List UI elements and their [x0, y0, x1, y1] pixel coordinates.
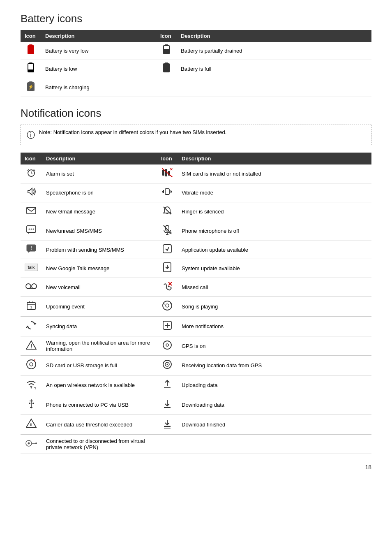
- svg-text:⚡: ⚡: [28, 84, 34, 90]
- table-row: Phone is connected to PC via USB Downloa…: [21, 395, 371, 415]
- mic-off-desc: Phone microphone is off: [178, 221, 371, 241]
- voicemail-icon: [21, 278, 42, 297]
- battery-desc-charging: Battery is charging: [41, 78, 156, 97]
- table-row: New Gmail message Ringer is silenced: [21, 202, 371, 221]
- vibrate-icon: [157, 183, 178, 202]
- receiving-location-desc: Receiving location data from GPS: [178, 356, 371, 375]
- syncing-desc: Syncing data: [42, 317, 157, 336]
- uploading-icon: [157, 375, 178, 395]
- mic-off-icon: ✕: [157, 221, 178, 241]
- svg-rect-9: [162, 170, 164, 176]
- notification-note-text: Note: Notification icons appear in diffe…: [39, 129, 226, 135]
- sms-desc: New/unread SMS/MMS: [42, 221, 157, 241]
- sd-full-icon: !: [21, 356, 42, 375]
- data-threshold-icon: ii: [21, 415, 42, 435]
- ringer-silenced-desc: Ringer is silenced: [178, 202, 371, 221]
- voicemail-desc: New voicemail: [42, 278, 157, 297]
- more-notif-icon: [157, 317, 178, 336]
- table-row: 1 Upcoming event Song is playing: [21, 297, 371, 317]
- speakerphone-desc: Speakerphone is on: [42, 183, 157, 202]
- table-row: New/unread SMS/MMS ✕ Phone microphone is…: [21, 221, 371, 241]
- open-network-desc: An open wireless network is available: [42, 375, 157, 395]
- svg-text:!: !: [30, 245, 32, 251]
- table-row: Battery is low Battery is full: [21, 60, 371, 78]
- battery-section-title: Battery icons: [21, 12, 371, 25]
- battery-desc-low: Battery is low: [41, 60, 156, 78]
- alarm-icon: [21, 164, 42, 183]
- svg-line-51: [170, 303, 171, 304]
- sd-full-desc: SD card or USB storage is full: [42, 356, 157, 375]
- svg-point-61: [30, 363, 33, 366]
- download-finished-icon: [157, 415, 178, 435]
- downloading-desc: Downloading data: [178, 395, 371, 415]
- table-row: Warning, open the notification area for …: [21, 336, 371, 356]
- battery-col-icon1: Icon: [21, 30, 41, 42]
- svg-rect-14: [165, 189, 169, 195]
- gtalk-desc: New Google Talk message: [42, 259, 157, 278]
- uploading-desc: Uploading data: [178, 375, 371, 395]
- warning-desc: Warning, open the notification area for …: [42, 336, 157, 356]
- svg-point-84: [28, 442, 30, 444]
- table-row: New voicemail Missed call: [21, 278, 371, 297]
- svg-line-7: [28, 169, 29, 171]
- gps-on-icon: [157, 336, 178, 356]
- gmail-desc: New Gmail message: [42, 202, 157, 221]
- usb-connected-desc: Phone is connected to PC via USB: [42, 395, 157, 415]
- sms-icon: [21, 221, 42, 241]
- receiving-location-icon: [157, 356, 178, 375]
- upcoming-event-desc: Upcoming event: [42, 297, 157, 317]
- svg-point-48: [163, 301, 172, 310]
- svg-point-49: [166, 304, 169, 307]
- svg-point-38: [26, 284, 31, 289]
- svg-text:talk: talk: [28, 265, 35, 270]
- battery-desc-very-low: Battery is very low: [41, 42, 156, 60]
- svg-point-57: [31, 347, 32, 348]
- ringer-silenced-icon: [157, 202, 178, 221]
- more-notif-desc: More notifications: [178, 317, 371, 336]
- gmail-icon: [21, 202, 42, 221]
- sms-problem-icon: !: [21, 241, 42, 259]
- missed-call-icon: [157, 278, 178, 297]
- sim-invalid-desc: SIM card is invalid or not installed: [178, 164, 371, 183]
- svg-rect-19: [27, 207, 36, 214]
- app-update-icon: [157, 241, 178, 259]
- svg-point-73: [32, 403, 34, 404]
- table-row: Speakerphone is on Vibrate mode: [21, 183, 371, 202]
- warning-icon: [21, 336, 42, 356]
- svg-point-66: [31, 387, 32, 389]
- battery-desc-partial: Battery is partially drained: [177, 42, 371, 60]
- svg-point-23: [29, 229, 30, 230]
- system-update-desc: System update available: [178, 259, 371, 278]
- notification-section-title: Notification icons: [21, 107, 371, 120]
- gtalk-icon: talk: [21, 259, 42, 278]
- svg-rect-72: [29, 403, 30, 404]
- table-row: talk New Google Talk message System upda…: [21, 259, 371, 278]
- info-icon: ⓘ: [27, 130, 35, 141]
- table-row: ⚡ Battery is charging: [21, 78, 371, 97]
- battery-icon-very-low: [21, 42, 41, 60]
- open-network-icon: ?: [21, 375, 42, 395]
- svg-point-25: [33, 229, 34, 230]
- downloading-icon: [157, 395, 178, 415]
- battery-icons-table: Icon Description Icon Description Batter…: [21, 30, 371, 97]
- page-number: 18: [21, 464, 371, 470]
- system-update-icon: [157, 259, 178, 278]
- svg-text:!: !: [34, 359, 35, 363]
- syncing-icon: [21, 317, 42, 336]
- battery-col-desc1: Description: [41, 30, 156, 42]
- svg-line-50: [164, 303, 165, 304]
- table-row: ii Carrier data use threshold exceeded D…: [21, 415, 371, 435]
- svg-text:ii: ii: [30, 423, 32, 427]
- notif-col-desc1: Description: [42, 153, 157, 164]
- usb-connected-icon: [21, 395, 42, 415]
- data-threshold-desc: Carrier data use threshold exceeded: [42, 415, 157, 435]
- sms-problem-desc: Problem with sending SMS/MMS: [42, 241, 157, 259]
- svg-rect-33: [163, 245, 171, 253]
- svg-point-59: [166, 344, 168, 346]
- table-row: ! Problem with sending SMS/MMS Applicati…: [21, 241, 371, 259]
- speakerphone-icon: [21, 183, 42, 202]
- battery-col-desc2: Description: [177, 30, 371, 42]
- battery-icon-charging: ⚡: [21, 78, 41, 97]
- svg-rect-1: [29, 81, 32, 83]
- gps-on-desc: GPS is on: [178, 336, 371, 356]
